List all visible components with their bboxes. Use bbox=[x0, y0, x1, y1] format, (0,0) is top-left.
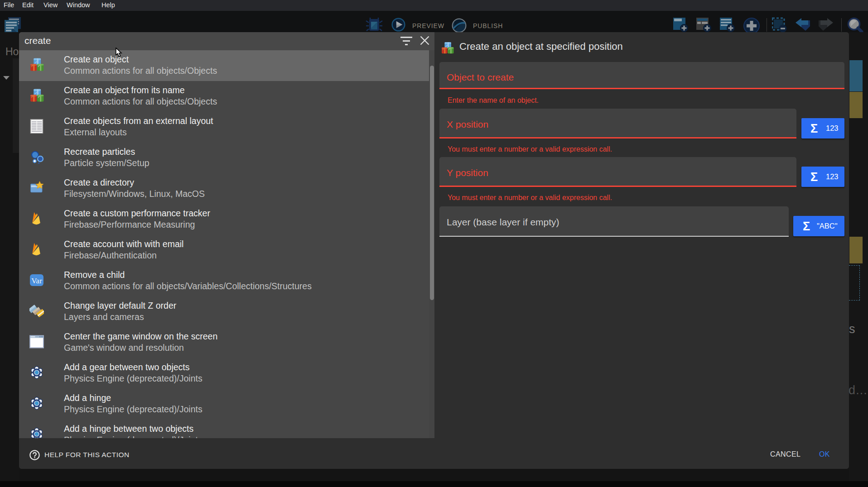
svg-text:Var: Var bbox=[31, 277, 42, 285]
